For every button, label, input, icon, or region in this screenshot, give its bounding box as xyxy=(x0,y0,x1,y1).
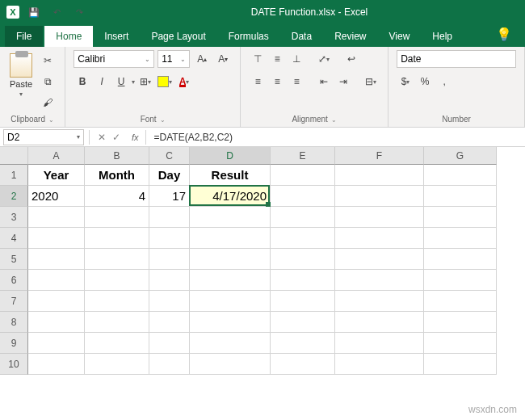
cell-g1[interactable] xyxy=(424,165,497,186)
cell-c7[interactable] xyxy=(149,291,190,312)
row-header-4[interactable]: 4 xyxy=(0,228,28,249)
currency-icon[interactable]: $▾ xyxy=(397,73,414,90)
cell-b7[interactable] xyxy=(85,291,149,312)
col-header-e[interactable]: E xyxy=(271,147,335,165)
tab-review[interactable]: Review xyxy=(323,26,377,47)
cell-c1[interactable]: Day xyxy=(149,165,190,186)
name-box[interactable]: D2▾ xyxy=(3,129,84,145)
worksheet-grid[interactable]: 12345678910 ABCDEFG YearMonthDayResult20… xyxy=(0,147,525,397)
cell-b5[interactable] xyxy=(85,249,149,270)
font-size-combo[interactable]: 11⌄ xyxy=(158,50,190,68)
row-header-1[interactable]: 1 xyxy=(0,165,28,186)
paste-button[interactable]: Paste ▾ xyxy=(8,50,34,98)
col-header-g[interactable]: G xyxy=(424,147,497,165)
cell-d9[interactable] xyxy=(190,333,271,354)
cell-d8[interactable] xyxy=(190,312,271,333)
cell-a10[interactable] xyxy=(28,354,85,375)
cell-a4[interactable] xyxy=(28,228,85,249)
cell-e5[interactable] xyxy=(271,249,335,270)
tell-me-icon[interactable]: 💡 xyxy=(496,27,512,42)
italic-button[interactable]: I xyxy=(93,73,111,90)
tab-help[interactable]: Help xyxy=(421,26,464,47)
fill-color-icon[interactable]: ▾ xyxy=(156,73,174,90)
align-bottom-icon[interactable]: ⊥ xyxy=(288,50,305,68)
cell-f5[interactable] xyxy=(335,249,424,270)
cell-e8[interactable] xyxy=(271,312,335,333)
fx-icon[interactable]: fx xyxy=(132,132,139,142)
comma-icon[interactable]: , xyxy=(435,73,453,90)
row-header-10[interactable]: 10 xyxy=(0,354,28,375)
cell-a6[interactable] xyxy=(28,270,85,291)
cell-f3[interactable] xyxy=(335,207,424,228)
cell-e7[interactable] xyxy=(271,291,335,312)
cell-d4[interactable] xyxy=(190,228,271,249)
cell-f10[interactable] xyxy=(335,354,424,375)
cell-e9[interactable] xyxy=(271,333,335,354)
tab-home[interactable]: Home xyxy=(44,26,93,47)
cell-e1[interactable] xyxy=(271,165,335,186)
cell-f4[interactable] xyxy=(335,228,424,249)
cell-d7[interactable] xyxy=(190,291,271,312)
formula-bar[interactable]: =DATE(A2,B2,C2) xyxy=(148,132,233,143)
tab-view[interactable]: View xyxy=(378,26,422,47)
cell-g4[interactable] xyxy=(424,228,497,249)
borders-icon[interactable]: ⊞▾ xyxy=(136,73,154,90)
cell-c3[interactable] xyxy=(149,207,190,228)
cell-g9[interactable] xyxy=(424,333,497,354)
tab-page-layout[interactable]: Page Layout xyxy=(140,26,216,47)
col-header-b[interactable]: B xyxy=(85,147,149,165)
cell-d1[interactable]: Result xyxy=(190,165,271,186)
tab-data[interactable]: Data xyxy=(280,26,323,47)
align-top-icon[interactable]: ⊤ xyxy=(249,50,267,68)
col-header-c[interactable]: C xyxy=(149,147,190,165)
cell-d6[interactable] xyxy=(190,270,271,291)
cancel-icon[interactable]: ✕ xyxy=(98,132,106,143)
cut-icon[interactable]: ✂ xyxy=(39,52,57,69)
tab-formulas[interactable]: Formulas xyxy=(217,26,280,47)
enter-icon[interactable]: ✓ xyxy=(112,132,120,143)
row-header-5[interactable]: 5 xyxy=(0,249,28,270)
format-painter-icon[interactable]: 🖌 xyxy=(39,94,57,111)
cell-f6[interactable] xyxy=(335,270,424,291)
increase-font-icon[interactable]: A▴ xyxy=(193,50,211,68)
tab-insert[interactable]: Insert xyxy=(93,26,140,47)
cell-g6[interactable] xyxy=(424,270,497,291)
col-header-d[interactable]: D xyxy=(190,147,271,165)
cell-c2[interactable]: 17 xyxy=(149,186,190,207)
cell-e3[interactable] xyxy=(271,207,335,228)
cell-d2[interactable]: 4/17/2020 xyxy=(190,186,271,207)
cell-e2[interactable] xyxy=(271,186,335,207)
cell-b2[interactable]: 4 xyxy=(85,186,149,207)
cell-a8[interactable] xyxy=(28,312,85,333)
row-header-7[interactable]: 7 xyxy=(0,291,28,312)
decrease-font-icon[interactable]: A▾ xyxy=(214,50,232,68)
row-header-9[interactable]: 9 xyxy=(0,333,28,354)
font-name-combo[interactable]: Calibri⌄ xyxy=(74,50,154,68)
cell-a1[interactable]: Year xyxy=(28,165,85,186)
cell-e6[interactable] xyxy=(271,270,335,291)
increase-indent-icon[interactable]: ⇥ xyxy=(334,73,352,90)
cell-c8[interactable] xyxy=(149,312,190,333)
align-left-icon[interactable]: ≡ xyxy=(249,73,267,90)
cell-c5[interactable] xyxy=(149,249,190,270)
align-right-icon[interactable]: ≡ xyxy=(288,73,305,90)
wrap-text-icon[interactable]: ↩ xyxy=(342,50,360,68)
cell-b3[interactable] xyxy=(85,207,149,228)
row-header-3[interactable]: 3 xyxy=(0,207,28,228)
cell-a5[interactable] xyxy=(28,249,85,270)
cell-c4[interactable] xyxy=(149,228,190,249)
copy-icon[interactable]: ⧉ xyxy=(39,73,57,90)
col-header-a[interactable]: A xyxy=(28,147,85,165)
cell-b9[interactable] xyxy=(85,333,149,354)
qat-redo-icon[interactable]: ↷ xyxy=(71,5,87,19)
cell-g5[interactable] xyxy=(424,249,497,270)
align-middle-icon[interactable]: ≡ xyxy=(268,50,286,68)
cell-g2[interactable] xyxy=(424,186,497,207)
col-header-f[interactable]: F xyxy=(335,147,424,165)
cell-f8[interactable] xyxy=(335,312,424,333)
percent-icon[interactable]: % xyxy=(416,73,434,90)
cell-c10[interactable] xyxy=(149,354,190,375)
decrease-indent-icon[interactable]: ⇤ xyxy=(315,73,333,90)
cell-f9[interactable] xyxy=(335,333,424,354)
tab-file[interactable]: File xyxy=(5,26,43,47)
